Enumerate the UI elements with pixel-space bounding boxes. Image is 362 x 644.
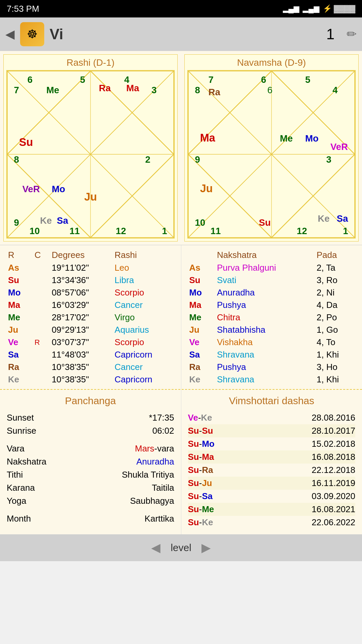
planet-name: Ju	[5, 324, 32, 336]
dasha-date: 16.11.2019	[312, 478, 355, 488]
planet-name: Ve	[5, 336, 32, 348]
planet-r	[32, 262, 49, 274]
panchanga-label: Vara	[7, 443, 24, 454]
status-icons: ▂▄▆ ▂▄▆ ⚡ ▓▓▓▓	[283, 4, 355, 13]
planet-degrees: 10°38'35"	[49, 361, 112, 373]
table-row: Sa Shravana 1, Khi	[187, 348, 357, 361]
planet-degrees: 13°34'36"	[49, 274, 112, 286]
svg-text:3: 3	[152, 85, 157, 95]
panchanga-value: 06:02	[152, 426, 174, 436]
chart-title: Vi	[50, 26, 321, 43]
planet-r	[32, 361, 49, 373]
svg-text:12: 12	[297, 226, 307, 236]
table-row: Ke 10°38'35" Capricorn	[5, 373, 176, 386]
svg-text:5: 5	[80, 74, 85, 85]
panchanga-value: Shukla Tritiya	[122, 470, 174, 480]
pada-value: 1, Khi	[314, 348, 357, 361]
planet-name: Sa	[5, 348, 32, 361]
bottom-nav: ◀ level ▶	[0, 534, 362, 561]
pada-value: 4, Da	[314, 299, 357, 311]
planet-right: Nakshatra Pada As Purva Phalguni 2, Ta S…	[181, 245, 362, 389]
table-row: Ra Pushya 3, Ho	[187, 361, 357, 373]
svg-text:Ra: Ra	[208, 87, 221, 97]
planet-degrees: 19°11'02"	[49, 262, 112, 274]
dasha-period: Su-Su	[188, 426, 213, 436]
planet-name: Ju	[187, 324, 215, 336]
svg-text:11: 11	[69, 226, 80, 236]
charts-row: Rashi (D-1)	[0, 51, 362, 245]
table-row: Ra 10°38'35" Cancer	[5, 361, 176, 373]
svg-text:1: 1	[162, 226, 167, 236]
planet-degrees: 09°29'13"	[49, 324, 112, 336]
level-back-button[interactable]: ◀	[151, 541, 161, 555]
table-row: Mo Anuradha 2, Ni	[187, 286, 357, 299]
planet-rashi: Cancer	[112, 361, 176, 373]
svg-text:6: 6	[261, 74, 266, 85]
dasha-row: Su-Me16.08.2021	[188, 503, 356, 516]
panchanga-row: KaranaTaitila	[7, 481, 174, 494]
svg-text:Ke: Ke	[318, 213, 329, 224]
svg-text:3: 3	[326, 154, 331, 165]
dasha-period: Su-Mo	[188, 439, 215, 449]
panchanga-value: Taitila	[152, 483, 174, 493]
planet-name: Mo	[5, 286, 32, 299]
table-row: Ma Pushya 4, Da	[187, 299, 357, 311]
dasha-row: Su-Ma16.08.2018	[188, 450, 356, 464]
level-forward-button[interactable]: ▶	[201, 541, 211, 555]
rashi-chart-box: Rashi (D-1)	[3, 54, 178, 241]
nakshatra-name: Shatabhisha	[214, 324, 314, 336]
col-header-planet	[187, 249, 215, 262]
dasha-date: 15.02.2018	[312, 439, 355, 449]
svg-text:10: 10	[195, 217, 205, 228]
planet-rashi: Scorpio	[112, 336, 176, 348]
table-row: Me Chitra 2, Po	[187, 311, 357, 324]
svg-text:6: 6	[267, 85, 272, 95]
pada-value: 3, Ho	[314, 361, 357, 373]
planet-name: Ve	[187, 336, 215, 348]
level-label: level	[171, 542, 191, 553]
panchanga-value: Saubhagya	[130, 496, 174, 506]
panchanga-value: Mars-vara	[135, 443, 174, 454]
panchanga-value: Anuradha	[136, 457, 174, 467]
table-row: As 19°11'02" Leo	[5, 262, 176, 274]
col-header-nakshatra: Nakshatra	[214, 249, 314, 262]
table-row: Su 13°34'36" Libra	[5, 274, 176, 286]
dasha-row: Su-Ke22.06.2022	[188, 516, 356, 529]
status-bar: 7:53 PM ▂▄▆ ▂▄▆ ⚡ ▓▓▓▓	[0, 0, 362, 17]
edit-button[interactable]: ✏	[347, 27, 357, 41]
planet-rashi: Scorpio	[112, 286, 176, 299]
planet-nakshatra-table: Nakshatra Pada As Purva Phalguni 2, Ta S…	[187, 249, 357, 386]
col-header-c: C	[32, 249, 49, 262]
svg-text:Ke: Ke	[40, 215, 52, 226]
panchanga-label: Yoga	[7, 496, 26, 506]
planet-name: As	[5, 262, 32, 274]
panchanga-row: Sunset*17:35	[7, 411, 174, 424]
planet-r	[32, 373, 49, 386]
svg-text:Mo: Mo	[52, 184, 65, 194]
nakshatra-name: Pushya	[214, 361, 314, 373]
planet-name: Me	[187, 311, 215, 324]
pada-value: 2, Ta	[314, 262, 357, 274]
svg-text:1: 1	[343, 226, 348, 236]
back-button[interactable]: ◀	[5, 27, 15, 41]
pada-value: 3, Ro	[314, 274, 357, 286]
dasha-date: 28.10.2017	[312, 426, 355, 436]
planet-name: Ke	[5, 373, 32, 386]
planet-section: R C Degrees Rashi As 19°11'02" Leo Su 13…	[0, 245, 362, 390]
nakshatra-name: Shravana	[214, 373, 314, 386]
table-row: Ju Shatabhisha 1, Go	[187, 324, 357, 336]
planet-rashi: Cancer	[112, 299, 176, 311]
panchanga-row: TithiShukla Tritiya	[7, 468, 174, 481]
planet-rashi: Libra	[112, 274, 176, 286]
table-row: Ju 09°29'13" Aquarius	[5, 324, 176, 336]
panchanga-row: YogaSaubhagya	[7, 494, 174, 507]
planet-r	[32, 299, 49, 311]
planet-r	[32, 286, 49, 299]
table-row: Sa 11°48'03" Capricorn	[5, 348, 176, 361]
svg-text:4: 4	[333, 85, 338, 95]
panchanga-section: Panchanga Sunset*17:35Sunrise06:02VaraMa…	[0, 390, 181, 534]
svg-text:9: 9	[14, 217, 19, 228]
col-header-rashi: Rashi	[112, 249, 176, 262]
dasha-row: Su-Ju16.11.2019	[188, 477, 356, 490]
planet-r	[32, 348, 49, 361]
